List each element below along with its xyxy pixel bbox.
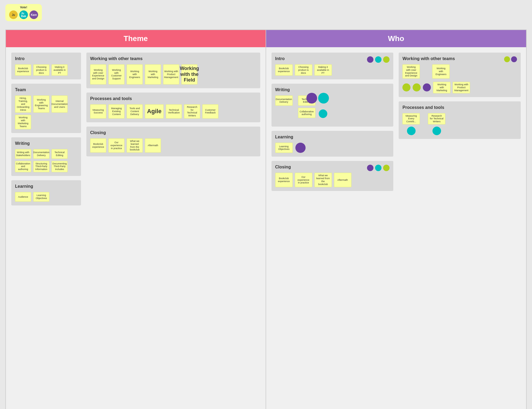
- who-working-section: Working with other teams Working with Us…: [399, 53, 521, 97]
- theme-writing-title: Writing: [15, 141, 77, 146]
- sticky-field[interactable]: Working with the Field: [181, 64, 197, 84]
- who-sticky-making[interactable]: Making it available in PT: [314, 64, 332, 76]
- dot-purple-writing: [306, 93, 317, 104]
- sticky-choosing-product[interactable]: Choosing product is docs: [33, 64, 49, 76]
- sticky-tools-delivery[interactable]: Tools and Content Delivery: [127, 104, 143, 119]
- dot-lime-working: [504, 56, 510, 62]
- who-processes-section: Processes and tools Measuring Every Cont…: [399, 101, 521, 139]
- who-sticky-measuring[interactable]: Measuring Every Contrib...: [402, 113, 420, 124]
- dot-lime-closing: [383, 165, 390, 171]
- sticky-making-available[interactable]: Making it available in PT: [52, 64, 68, 76]
- dot-purple-intro: [367, 56, 373, 63]
- sticky-doc-delivery[interactable]: Documentation Delivery: [33, 149, 49, 159]
- theme-header: Theme: [6, 30, 266, 47]
- who-intro-section: Intro Bookclub experience Choosing produ…: [271, 53, 394, 79]
- sticky-working-eng[interactable]: Working with Engineering Teams: [33, 95, 49, 113]
- dot-purple2-working: [423, 83, 431, 91]
- sticky-agile[interactable]: Agile: [145, 104, 164, 119]
- sticky-internal-doc[interactable]: Internal Documentation and Users: [52, 95, 68, 113]
- who-sticky-closing-exp[interactable]: Our experience in practice: [295, 173, 312, 187]
- sticky-structuring[interactable]: Structuring Third-Party Information: [33, 161, 49, 172]
- theme-working-other-section: Working with other teams Working with Us…: [86, 53, 260, 88]
- who-column: Who Intro Bookclub experience: [266, 30, 526, 409]
- sticky-ux-design[interactable]: Working with User Experience and Design: [90, 64, 106, 84]
- avatar-kare[interactable]: Kare: [30, 10, 38, 19]
- who-sticky-product-mgmt2[interactable]: Working with Product Management: [453, 82, 470, 93]
- sticky-customer-support[interactable]: Working with Customer Support: [108, 64, 124, 84]
- who-sticky-closing-bookclub[interactable]: Bookclub experience: [275, 173, 293, 187]
- sticky-audience[interactable]: Audience: [15, 192, 31, 202]
- sticky-closing-bookclub[interactable]: Bookclub experience: [90, 138, 106, 153]
- sticky-marketing-r[interactable]: Working with Marketing: [145, 64, 161, 84]
- who-left-sections: Intro Bookclub experience Choosing produ…: [271, 53, 394, 404]
- sticky-product-mgmt[interactable]: Working with Product Management: [163, 64, 179, 84]
- theme-intro-title: Intro: [15, 56, 77, 61]
- who-sticky-ux[interactable]: Working with User Experience and Design: [402, 64, 420, 79]
- who-sticky-engineers[interactable]: Working with Engineers: [432, 64, 450, 79]
- sticky-customer-feedback[interactable]: Customer Feedback: [202, 104, 218, 119]
- theme-processes-stickies: Measuring Success Managing Existing Cont…: [90, 104, 256, 119]
- theme-team-section: Team Hiring, Training, and Onboarding In…: [11, 84, 81, 133]
- who-intro-dots: [367, 56, 390, 63]
- sticky-engineers[interactable]: Working with Engineers: [127, 64, 143, 84]
- who-sticky-bookclub[interactable]: Bookclub experience: [275, 64, 293, 76]
- theme-processes-title: Processes and tools: [90, 96, 256, 101]
- who-processes-title: Processes and tools: [402, 105, 517, 110]
- sticky-measuring-success[interactable]: Measuring Success: [90, 104, 106, 119]
- dot-lime2-working: [402, 83, 410, 91]
- sticky-aftermath[interactable]: Aftermath: [145, 138, 161, 153]
- who-closing-section: Closing Bookclub experience Our experien…: [271, 161, 394, 191]
- theme-right-sections: Working with other teams Working with Us…: [86, 53, 260, 404]
- who-sticky-aftermath[interactable]: Aftermath: [334, 173, 351, 187]
- theme-learning-section: Learning Audience Learning Objectives: [11, 180, 81, 205]
- who-working-title: Working with other teams: [402, 56, 517, 61]
- sticky-tech-editing[interactable]: Technical Editing: [52, 149, 68, 159]
- dot-purple-closing: [367, 165, 373, 171]
- theme-writing-stickies: Writing with Stakeholders Documentation …: [15, 149, 77, 172]
- who-sticky-learning-obj[interactable]: Learning Objectives: [275, 143, 293, 153]
- dot-teal-intro: [375, 56, 381, 63]
- sticky-research-writers[interactable]: Research for Technical Writers: [184, 104, 200, 119]
- who-sticky-closing-learned[interactable]: What we learned from the bookclub: [314, 173, 332, 187]
- sticky-closing-experience[interactable]: Our experience in practice: [108, 138, 124, 153]
- avatar-jubab[interactable]: JuBab: [19, 10, 28, 19]
- theme-processes-section: Processes and tools Measuring Success Ma…: [86, 93, 260, 122]
- who-header: Who: [266, 30, 526, 47]
- sticky-managing-content[interactable]: Managing Existing Content: [108, 104, 124, 119]
- theme-working-other-stickies: Working with User Experience and Design …: [90, 64, 256, 84]
- who-writing-title: Writing: [275, 87, 390, 92]
- sticky-working-mktg[interactable]: Working with Marketing Teams: [15, 115, 31, 129]
- theme-intro-section: Intro Bookclub experience Choosing produ…: [11, 53, 81, 79]
- who-closing-stickies: Bookclub experience Our experience in pr…: [275, 173, 390, 187]
- who-sticky-doc-delivery[interactable]: Documentation Delivery: [275, 95, 293, 106]
- dot-purple-learning: [295, 143, 306, 153]
- who-sticky-marketing2[interactable]: Working with Marketing: [433, 82, 450, 93]
- vote-panel: Vote! Ju JuBab Kare: [5, 4, 42, 21]
- dot-purple-working: [511, 56, 517, 62]
- columns-container: Theme Intro Bookclub experience Choosing…: [6, 30, 526, 409]
- sticky-bookclub-exp[interactable]: Bookclub experience: [15, 64, 31, 76]
- theme-content: Intro Bookclub experience Choosing produ…: [6, 47, 266, 409]
- dot-teal-closing: [375, 165, 381, 171]
- sticky-closing-learned[interactable]: What we learned from the bookclub: [127, 138, 143, 153]
- who-right-sections: Working with other teams Working with Us…: [399, 53, 521, 404]
- sticky-collab-authoring[interactable]: Collaboration and authoring: [15, 161, 31, 172]
- theme-team-title: Team: [15, 87, 77, 92]
- sticky-hiring[interactable]: Hiring, Training, and Onboarding Intros: [15, 95, 31, 113]
- who-sticky-choosing[interactable]: Choosing product is docs: [295, 64, 312, 76]
- main-board: Theme Intro Bookclub experience Choosing…: [5, 30, 527, 409]
- who-sticky-research[interactable]: Research for Technical Writers: [428, 113, 445, 124]
- dot-lime3-working: [413, 83, 421, 91]
- vote-title: Vote!: [20, 6, 27, 9]
- sticky-learning-obj[interactable]: Learning Objectives: [33, 192, 49, 202]
- dot-teal-processes: [407, 127, 416, 135]
- sticky-writing-stakeholders[interactable]: Writing with Stakeholders: [15, 149, 31, 159]
- who-sticky-collab-auth[interactable]: Collaborative authoring: [298, 108, 315, 118]
- avatar-ju[interactable]: Ju: [9, 10, 18, 19]
- theme-intro-stickies: Bookclub experience Choosing product is …: [15, 64, 77, 76]
- sticky-tech-verification[interactable]: Technical Verification: [166, 104, 182, 119]
- theme-learning-title: Learning: [15, 184, 77, 189]
- sticky-documenting[interactable]: Documenting Third-Party Includes: [52, 161, 68, 172]
- who-content: Intro Bookclub experience Choosing produ…: [266, 47, 526, 409]
- dot-teal-writing: [318, 93, 329, 104]
